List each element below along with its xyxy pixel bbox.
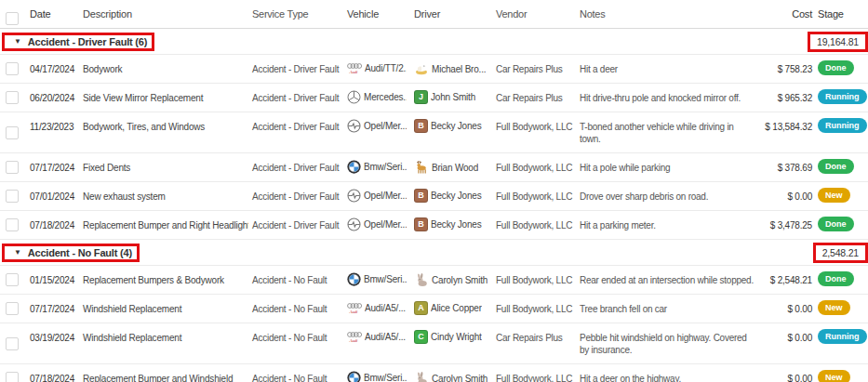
row-checkbox[interactable] bbox=[6, 190, 19, 203]
description-cell: Fixed Dents bbox=[77, 153, 248, 181]
service-type-cell: Accident - Driver Fault bbox=[248, 84, 341, 112]
cost-cell: $ 2,548.21 bbox=[758, 266, 814, 294]
cost-cell: $ 13,584.32 bbox=[758, 112, 814, 152]
driver-name: Becky Jones bbox=[431, 190, 482, 202]
group-row[interactable]: ▼Accident - No Fault (4)2,548.21 bbox=[0, 240, 868, 266]
row-select-cell bbox=[0, 84, 24, 112]
stage-cell: Running bbox=[814, 84, 868, 104]
table-row[interactable]: 01/15/2024Replacement Bumpers & Bodywork… bbox=[0, 266, 868, 295]
group-cost-total: 19,164.81 bbox=[815, 35, 861, 48]
row-checkbox[interactable] bbox=[6, 273, 19, 286]
table-row[interactable]: 07/17/2024Fixed DentsAccident - Driver F… bbox=[0, 153, 868, 182]
column-header-notes[interactable]: Notes bbox=[574, 0, 758, 28]
table-row[interactable]: 11/23/2023Bodywork, Tires, and WindowsAc… bbox=[0, 112, 868, 153]
row-checkbox[interactable] bbox=[6, 302, 19, 315]
column-header-driver[interactable]: Driver bbox=[408, 0, 490, 20]
stage-badge: Done bbox=[818, 159, 854, 174]
description-cell: Replacement Bumpers & Bodywork bbox=[77, 266, 248, 294]
column-header-select[interactable] bbox=[0, 0, 24, 28]
vehicle-cell: Opel/Mer... bbox=[341, 112, 408, 133]
vehicle-label: Audi/TT/2... bbox=[365, 62, 407, 74]
select-all-checkbox[interactable] bbox=[6, 12, 19, 25]
column-header-date[interactable]: Date bbox=[24, 0, 77, 28]
vendor-cell: Car Repairs Plus bbox=[490, 55, 574, 83]
column-header-description[interactable]: Description bbox=[77, 0, 248, 28]
highlight-box-group-label: ▼Accident - Driver Fault (6) bbox=[2, 33, 154, 51]
description-cell: Windshield Replacement bbox=[77, 323, 248, 363]
driver-initial-avatar: C bbox=[414, 330, 428, 344]
notes-cell: Tree branch fell on car bbox=[574, 295, 758, 323]
driver-cell: Carolyn Smith bbox=[408, 364, 490, 382]
service-records-grid: DateDescriptionService TypeVehicleDriver… bbox=[0, 0, 868, 382]
table-row[interactable]: 07/01/2024New exhaust systemAccident - D… bbox=[0, 182, 868, 211]
row-checkbox[interactable] bbox=[6, 62, 19, 75]
service-type-cell: Accident - Driver Fault bbox=[248, 112, 341, 152]
stage-cell: Running bbox=[814, 323, 868, 344]
driver-initial-avatar: A bbox=[414, 301, 428, 315]
row-checkbox[interactable] bbox=[6, 372, 19, 382]
column-header-cost[interactable]: Cost bbox=[758, 0, 814, 28]
table-row[interactable]: 03/19/2024Windshield ReplacementAccident… bbox=[0, 323, 868, 364]
row-checkbox[interactable] bbox=[6, 91, 19, 104]
row-select-cell bbox=[0, 55, 24, 83]
date-cell: 07/18/2024 bbox=[24, 364, 77, 382]
notes-cell: Drove over sharp debris on road. bbox=[574, 182, 758, 210]
driver-cell: Michael Bro... bbox=[408, 55, 490, 76]
driver-name: Carolyn Smith bbox=[432, 274, 487, 286]
collapse-arrow-icon[interactable]: ▼ bbox=[14, 37, 21, 46]
date-cell: 01/15/2024 bbox=[24, 266, 77, 294]
table-row[interactable]: 06/20/2024Side View Mirror ReplacementAc… bbox=[0, 84, 868, 112]
vehicle-label: Bmw/Seri... bbox=[364, 273, 407, 285]
date-cell: 11/23/2023 bbox=[24, 112, 77, 152]
group-label: Accident - Driver Fault (6) bbox=[28, 36, 147, 47]
group-total-wrap: 2,548.21 bbox=[813, 243, 868, 263]
stage-cell: New bbox=[814, 182, 868, 203]
table-row[interactable]: 07/18/2024Replacement Bumper and Right H… bbox=[0, 211, 868, 240]
driver-cell: JJohn Smith bbox=[408, 84, 490, 104]
notes-cell: Hit drive-thru pole and knocked mirror o… bbox=[574, 84, 758, 112]
vehicle-label: Mercedes... bbox=[364, 91, 407, 103]
group-label: Accident - No Fault (4) bbox=[28, 247, 132, 258]
stage-badge: Done bbox=[818, 60, 854, 75]
column-header-stage[interactable]: Stage bbox=[814, 0, 868, 20]
group-row[interactable]: ▼Accident - Driver Fault (6)19,164.81 bbox=[0, 29, 868, 55]
stage-cell: Running bbox=[814, 112, 868, 133]
column-header-vehicle[interactable]: Vehicle bbox=[341, 0, 408, 20]
svg-text:Audi: Audi bbox=[349, 338, 358, 343]
date-cell: 04/17/2024 bbox=[24, 55, 77, 83]
service-type-cell: Accident - No Fault bbox=[248, 323, 341, 363]
service-type-cell: Accident - Driver Fault bbox=[248, 211, 341, 239]
driver-name: Becky Jones bbox=[431, 218, 482, 231]
group-cost-total: 2,548.21 bbox=[821, 246, 861, 259]
row-select-cell bbox=[0, 112, 24, 152]
rabbit-avatar-icon bbox=[414, 371, 429, 382]
bmw-logo-icon bbox=[347, 160, 361, 174]
collapse-arrow-icon[interactable]: ▼ bbox=[14, 248, 21, 257]
column-header-service_type[interactable]: Service Type bbox=[248, 0, 341, 28]
table-row[interactable]: 07/17/2024Windshield ReplacementAccident… bbox=[0, 295, 868, 323]
stage-badge: Done bbox=[818, 217, 854, 231]
stage-badge: New bbox=[818, 300, 850, 315]
table-row[interactable]: 07/18/2024Replacement Bumper and Windshi… bbox=[0, 364, 868, 382]
row-checkbox[interactable] bbox=[6, 218, 19, 231]
row-select-cell bbox=[0, 295, 24, 323]
service-type-cell: Accident - Driver Fault bbox=[248, 182, 341, 210]
column-header-vendor[interactable]: Vendor bbox=[490, 0, 574, 28]
row-checkbox[interactable] bbox=[6, 337, 19, 350]
table-row[interactable]: 04/17/2024BodyworkAccident - Driver Faul… bbox=[0, 55, 868, 84]
vehicle-cell: Bmw/Seri... bbox=[341, 153, 408, 174]
row-checkbox[interactable] bbox=[6, 161, 19, 174]
row-select-cell bbox=[0, 182, 24, 210]
stage-cell: Done bbox=[814, 266, 868, 286]
service-type-cell: Accident - No Fault bbox=[248, 364, 341, 382]
driver-cell: CCindy Wright bbox=[408, 323, 490, 344]
vendor-cell: Full Bodywork, LLC bbox=[490, 153, 574, 181]
vehicle-cell: Opel/Mer... bbox=[341, 211, 408, 231]
driver-initial-avatar: J bbox=[414, 90, 428, 104]
date-cell: 07/18/2024 bbox=[24, 211, 77, 239]
vehicle-label: Opel/Mer... bbox=[364, 218, 407, 231]
date-cell: 07/17/2024 bbox=[24, 153, 77, 181]
row-checkbox[interactable] bbox=[6, 126, 19, 139]
cost-cell: $ 965.32 bbox=[758, 84, 814, 112]
svg-text:Audi: Audi bbox=[349, 70, 358, 74]
